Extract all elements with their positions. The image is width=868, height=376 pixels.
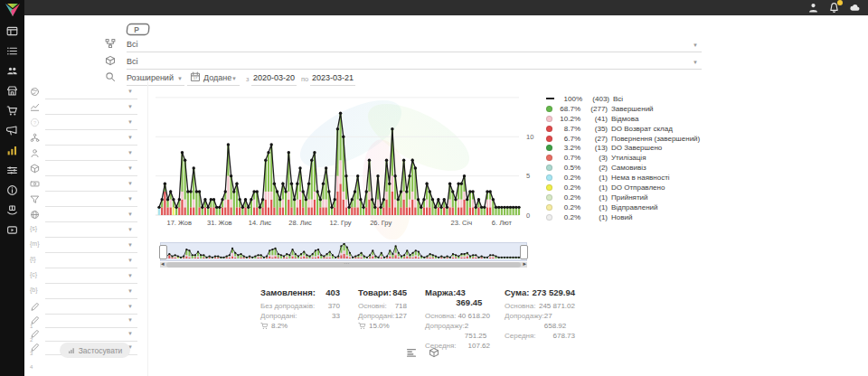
panel-filter-row-{b}: {b}▼ bbox=[24, 287, 142, 301]
panel-dropdown[interactable] bbox=[45, 257, 137, 268]
panel-dropdown[interactable] bbox=[45, 149, 137, 161]
legend-item[interactable]: 0.5%(2)Самовивіз bbox=[546, 163, 702, 173]
navigator-left-handle[interactable] bbox=[159, 245, 167, 259]
status-filter-underline[interactable] bbox=[127, 51, 702, 52]
panel-dropdown[interactable] bbox=[45, 118, 137, 130]
panel-dropdown[interactable] bbox=[45, 180, 137, 192]
panel-dropdown-caret-icon[interactable]: ▼ bbox=[127, 304, 133, 309]
globe-icon bbox=[30, 210, 41, 221]
sidebar-item-marketing[interactable] bbox=[6, 125, 19, 137]
panel-dropdown[interactable] bbox=[45, 287, 137, 299]
sidebar-item-customers[interactable] bbox=[6, 65, 19, 78]
panel-dropdown[interactable] bbox=[45, 303, 137, 315]
legend-item[interactable]: 100%(403)Всі bbox=[546, 94, 702, 104]
legend-item[interactable]: 8.7%(35)DO Возврат склад bbox=[546, 124, 702, 134]
legend-item[interactable]: 0.2%(1)DO Отправлено bbox=[546, 183, 702, 193]
notifications-bell-icon[interactable] bbox=[828, 2, 840, 14]
product-filter-caret-icon[interactable]: ▼ bbox=[693, 60, 698, 65]
app-logo-icon[interactable] bbox=[4, 2, 22, 18]
status-filter-caret-icon[interactable]: ▼ bbox=[693, 42, 698, 48]
legend-item[interactable]: 10.2%(41)Відмова bbox=[546, 114, 702, 124]
sidebar-item-store[interactable] bbox=[6, 85, 19, 98]
panel-dropdown[interactable] bbox=[45, 134, 137, 146]
apply-chart-icon bbox=[68, 347, 75, 354]
panel-dropdown-caret-icon[interactable]: ▼ bbox=[127, 89, 133, 94]
panel-dropdown-caret-icon[interactable]: ▼ bbox=[127, 165, 133, 171]
panel-dropdown[interactable] bbox=[45, 103, 137, 115]
panel-dropdown-caret-icon[interactable]: ▼ bbox=[127, 212, 133, 217]
main-sidebar bbox=[0, 0, 24, 376]
panel-filter-row-pencil1: 1▼ bbox=[24, 302, 142, 316]
panel-dropdown-caret-icon[interactable]: ▼ bbox=[127, 104, 133, 109]
apply-button[interactable]: Застосувати bbox=[60, 343, 130, 358]
legend-item[interactable]: 6.7%(27)Повернення (завершений) bbox=[546, 134, 702, 144]
sidebar-item-cart[interactable] bbox=[6, 105, 19, 118]
date-to-input[interactable]: 2023-03-21 bbox=[312, 73, 354, 82]
panel-dropdown-caret-icon[interactable]: ▼ bbox=[127, 119, 133, 125]
panel-dropdown-caret-icon[interactable]: ▼ bbox=[127, 288, 133, 294]
sidebar-item-dashboard[interactable] bbox=[6, 25, 19, 38]
user-avatar-icon[interactable] bbox=[807, 2, 819, 14]
legend-item[interactable]: 0.2%(1)Відправлений bbox=[546, 202, 702, 212]
app-root: P Всі ▼ Всі ▼ Розширений ▼ 17 Додане ▼ з… bbox=[0, 0, 868, 376]
products-view-icon[interactable] bbox=[429, 347, 439, 358]
panel-dropdown-caret-icon[interactable]: ▼ bbox=[127, 150, 133, 155]
date-to-underline[interactable] bbox=[310, 84, 355, 86]
panel-dropdown[interactable] bbox=[45, 316, 137, 328]
status-filter-value[interactable]: Всі bbox=[127, 40, 138, 49]
legend-item[interactable]: 0.2%(1)Новий bbox=[546, 212, 702, 222]
sidebar-item-video[interactable] bbox=[6, 224, 19, 237]
panel-dropdown-caret-icon[interactable]: ▼ bbox=[127, 181, 133, 186]
legend-dot-swatch bbox=[546, 214, 552, 221]
stat-sub-label: Допродажу: bbox=[425, 321, 465, 341]
panel-dropdown[interactable] bbox=[45, 226, 137, 238]
panel-dropdown-caret-icon[interactable]: ▼ bbox=[127, 331, 133, 336]
navigator-chart[interactable] bbox=[160, 242, 527, 261]
panel-dropdown-caret-icon[interactable]: ▼ bbox=[127, 196, 133, 202]
date-field-select[interactable]: Додане bbox=[203, 73, 231, 82]
panel-dropdown-caret-icon[interactable]: ▼ bbox=[127, 242, 133, 248]
legend-item[interactable]: 3.2%(13)DO Завершено bbox=[546, 143, 702, 153]
panel-dropdown-caret-icon[interactable]: ▼ bbox=[127, 273, 133, 278]
legend-item[interactable]: 0.2%(1)Прийнятий bbox=[546, 193, 702, 202]
svg-text:0: 0 bbox=[526, 212, 530, 220]
panel-dropdown[interactable] bbox=[45, 330, 137, 342]
panel-dropdown[interactable] bbox=[45, 195, 137, 207]
sidebar-item-orders[interactable] bbox=[6, 45, 19, 58]
product-filter-value[interactable]: Всі bbox=[127, 57, 138, 66]
panel-dropdown[interactable] bbox=[45, 241, 137, 253]
sidebar-item-analytics[interactable] bbox=[6, 145, 19, 157]
filter-panel: ▼▼?▼▼▼▼▼▼▼{s}▼{m}▼{t}▼{c}▼{b}▼1▼2▼3▼4▼ З… bbox=[24, 81, 148, 376]
list-view-icon[interactable] bbox=[406, 347, 417, 358]
sidebar-item-products[interactable] bbox=[6, 204, 19, 217]
legend-item[interactable]: 0.2%(1)Нема в наявності bbox=[546, 173, 702, 183]
panel-dropdown-caret-icon[interactable]: ▼ bbox=[127, 135, 133, 140]
panel-dropdown-caret-icon[interactable]: ▼ bbox=[127, 317, 133, 323]
sidebar-item-info[interactable] bbox=[6, 184, 19, 197]
panel-dropdown-caret-icon[interactable]: ▼ bbox=[127, 258, 133, 263]
navigator-right-handle[interactable] bbox=[520, 245, 528, 259]
date-field-caret-icon[interactable]: ▼ bbox=[231, 76, 237, 81]
scroll-right-arrow-icon[interactable]: ▸ bbox=[523, 260, 526, 268]
search-mode-caret-icon[interactable]: ▼ bbox=[177, 76, 183, 81]
navigator-scroll-thumb[interactable]: ⋯ bbox=[166, 262, 521, 268]
legend-item[interactable]: 0.7%(3)Утилізація bbox=[546, 153, 702, 163]
legend-item[interactable]: 68.7%(277)Завершений bbox=[546, 104, 702, 114]
panel-dropdown[interactable] bbox=[45, 88, 137, 99]
panel-dropdown[interactable] bbox=[45, 211, 137, 222]
date-from-underline[interactable] bbox=[251, 84, 297, 86]
orders-chart[interactable]: 051017. Жов31. Жов14. Лис28. Лис12. Гру2… bbox=[156, 89, 535, 231]
product-filter-underline[interactable] bbox=[127, 68, 702, 70]
scroll-left-arrow-icon[interactable]: ◂ bbox=[161, 260, 165, 268]
date-from-input[interactable]: 2020-03-20 bbox=[253, 73, 295, 82]
navigator-scrollbar[interactable]: ◂ ⋯ ▸ bbox=[160, 262, 527, 268]
panel-dropdown[interactable] bbox=[45, 272, 137, 284]
panel-dropdown-caret-icon[interactable]: ▼ bbox=[127, 227, 133, 232]
panel-dropdown[interactable] bbox=[45, 164, 137, 176]
help-icon: ? bbox=[30, 118, 41, 128]
sidebar-item-settings[interactable] bbox=[6, 164, 19, 177]
date-field-underline[interactable] bbox=[187, 84, 240, 86]
legend-dot-swatch bbox=[546, 194, 552, 201]
legend-label: DO Возврат склад bbox=[611, 125, 673, 133]
support-cloud-icon[interactable] bbox=[849, 2, 861, 14]
